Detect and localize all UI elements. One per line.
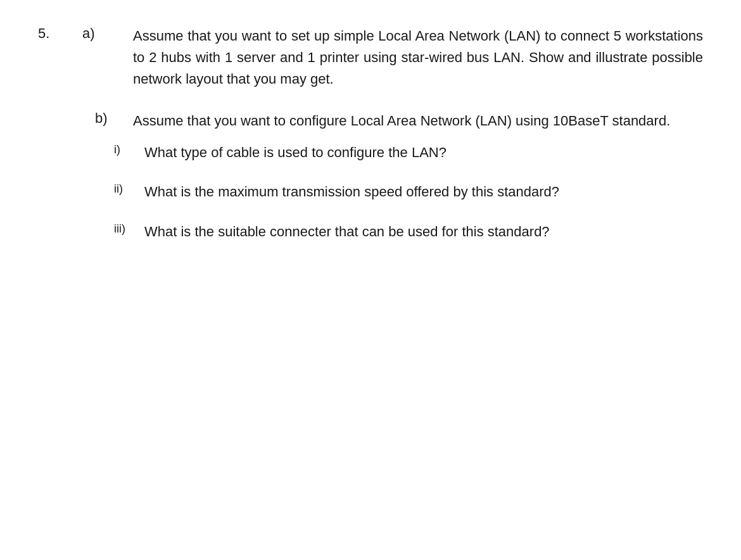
part-a-text: Assume that you want to set up simple Lo…: [133, 25, 703, 90]
question-content: a) Assume that you want to set up simple…: [82, 25, 703, 260]
question-container: 5. a) Assume that you want to set up sim…: [38, 25, 703, 260]
sub-text-ii: What is the maximum transmission speed o…: [144, 181, 703, 203]
part-b-label: b): [95, 110, 133, 132]
sub-text-iii: What is the suitable connecter that can …: [144, 221, 703, 243]
sub-label-iii: iii): [114, 221, 139, 236]
part-a-label: a): [82, 25, 133, 90]
sub-label-iii-text: iii): [114, 222, 125, 235]
sub-label-ii-text: ii): [114, 182, 123, 195]
part-b-container: b) Assume that you want to configure Loc…: [82, 110, 703, 242]
sub-label-i: i): [114, 142, 139, 156]
question-5: 5. a) Assume that you want to set up sim…: [38, 25, 703, 260]
sub-item-i: i) What type of cable is used to configu…: [114, 142, 703, 163]
sub-label-i-text: i): [114, 143, 120, 156]
part-b-intro: b) Assume that you want to configure Loc…: [95, 110, 703, 132]
sub-questions: i) What type of cable is used to configu…: [95, 142, 703, 242]
sub-text-i: What type of cable is used to configure …: [144, 142, 703, 163]
sub-label-ii: ii): [114, 181, 139, 196]
part-b-intro-text: Assume that you want to configure Local …: [133, 110, 703, 132]
question-number: 5.: [38, 25, 82, 260]
sub-item-ii: ii) What is the maximum transmission spe…: [114, 181, 703, 203]
sub-item-iii: iii) What is the suitable connecter that…: [114, 221, 703, 243]
part-a: a) Assume that you want to set up simple…: [82, 25, 703, 90]
